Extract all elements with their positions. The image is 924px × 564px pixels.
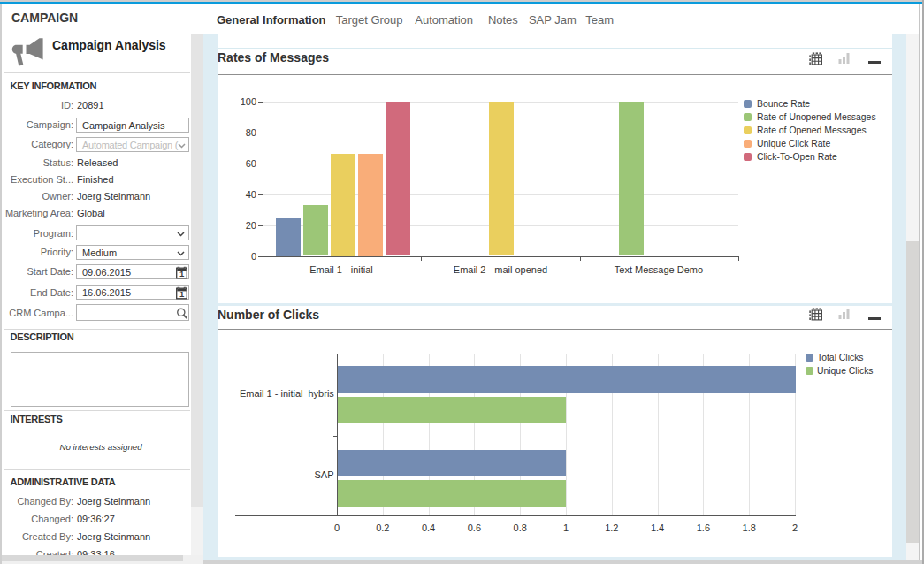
svg-text:1: 1 bbox=[179, 289, 185, 299]
svg-text:1: 1 bbox=[179, 269, 185, 278]
